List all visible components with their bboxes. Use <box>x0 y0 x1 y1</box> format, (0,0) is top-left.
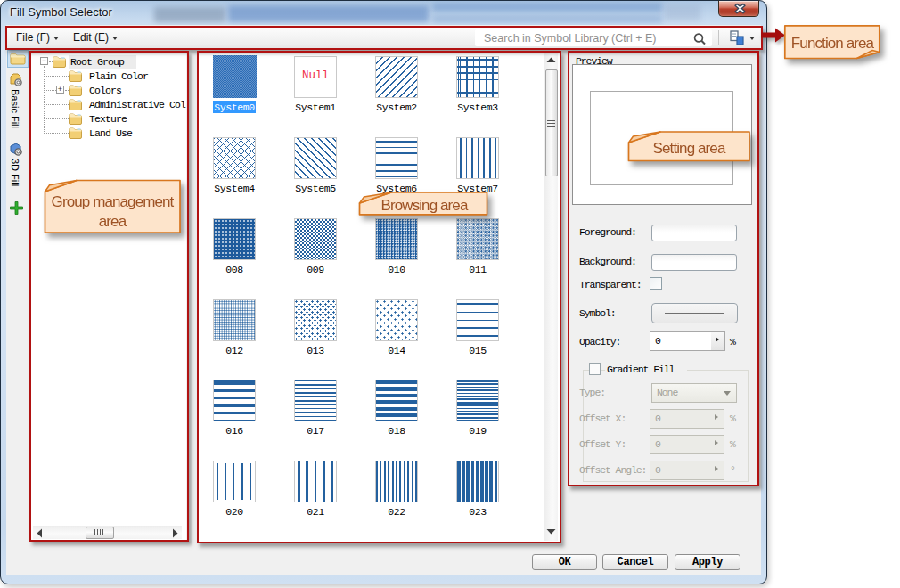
svg-text:Browsing area: Browsing area <box>381 197 469 214</box>
svg-text:Function area: Function area <box>791 35 875 52</box>
svg-text:area: area <box>99 213 127 230</box>
svg-text:Group management: Group management <box>52 193 175 210</box>
svg-text:Setting area: Setting area <box>653 140 726 157</box>
